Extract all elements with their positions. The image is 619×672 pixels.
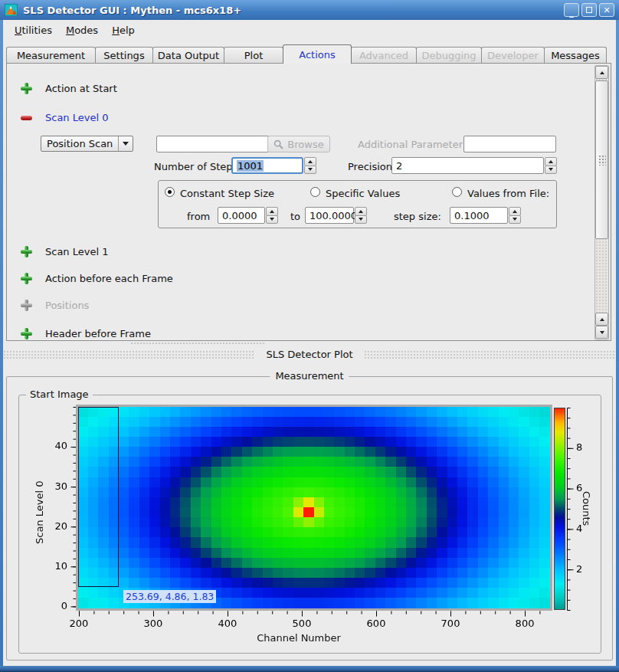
tab-data-output[interactable]: Data Output bbox=[152, 47, 224, 64]
measurement-groupbox: Measurement Start Image Scan Level 0 Cou… bbox=[6, 376, 613, 661]
specific-values-radio[interactable] bbox=[310, 187, 320, 197]
positions-row: Positions bbox=[21, 299, 89, 311]
vertical-scrollbar[interactable] bbox=[594, 65, 609, 340]
heatmap-canvas[interactable] bbox=[78, 407, 550, 608]
spin-up-button[interactable] bbox=[509, 207, 521, 216]
spin-up-button[interactable] bbox=[304, 157, 316, 166]
number-of-steps-spinbox[interactable]: 1001 bbox=[231, 157, 316, 174]
titlebar[interactable]: SLS Detector GUI : Mythen - mcs6x18+ _ ✕ bbox=[0, 0, 619, 20]
to-spinbox[interactable]: 100.0000 bbox=[305, 207, 367, 224]
from-spinbox[interactable]: 0.0000 bbox=[218, 207, 278, 224]
dock-texture-right bbox=[364, 350, 616, 359]
spin-buttons[interactable] bbox=[509, 207, 521, 224]
plot-area: Scan Level 0 Counts Channel Number 253.6… bbox=[19, 390, 602, 654]
thumb-grip bbox=[598, 155, 606, 166]
scan-mode-combobox[interactable]: Position Scan bbox=[41, 136, 133, 152]
tab-settings[interactable]: Settings bbox=[95, 47, 153, 64]
plot-dock-titlebar[interactable]: SLS Detector Plot bbox=[3, 346, 616, 362]
tab-actions[interactable]: Actions bbox=[283, 44, 352, 64]
window-title: SLS Detector GUI : Mythen - mcs6x18+ bbox=[23, 5, 562, 16]
values-from-file-radio[interactable] bbox=[452, 187, 462, 197]
tab-messages[interactable]: Messages bbox=[544, 47, 607, 64]
values-from-file-label: Values from File: bbox=[467, 188, 549, 199]
browse-button: Browse bbox=[267, 136, 330, 152]
splitter-handle[interactable] bbox=[130, 342, 266, 346]
collapse-minus-icon[interactable] bbox=[21, 112, 32, 123]
constant-step-size-label: Constant Step Size bbox=[180, 188, 274, 199]
window-border-left bbox=[0, 0, 3, 672]
expand-plus-icon[interactable] bbox=[21, 83, 32, 94]
tab-debugging: Debugging bbox=[416, 47, 482, 64]
magnifier-icon bbox=[273, 139, 283, 149]
close-button[interactable]: ✕ bbox=[599, 3, 614, 17]
scroll-up-button-2[interactable] bbox=[595, 313, 608, 326]
y-axis-label: Scan Level 0 bbox=[33, 470, 47, 555]
menu-modes[interactable]: Modes bbox=[59, 22, 105, 38]
spin-down-button[interactable] bbox=[509, 215, 521, 225]
scrollbar-thumb[interactable] bbox=[595, 80, 608, 239]
scan-level-1-row[interactable]: Scan Level 1 bbox=[21, 245, 108, 257]
heatmap-frame: 253.69, 4.86, 1.83 bbox=[76, 405, 552, 611]
dock-texture-left bbox=[3, 350, 255, 359]
expand-plus-icon[interactable] bbox=[21, 246, 32, 257]
header-before-frame-row[interactable]: Header before Frame bbox=[21, 327, 151, 339]
window-border-right bbox=[616, 0, 619, 672]
precision-label: Precision: bbox=[348, 161, 395, 172]
colorbar-label: Counts bbox=[579, 474, 593, 543]
constant-step-size-radio[interactable] bbox=[165, 187, 175, 197]
actions-page: Action at Start Scan Level 0 Position Sc… bbox=[6, 63, 611, 341]
maximize-icon bbox=[586, 7, 592, 13]
spin-up-button[interactable] bbox=[266, 207, 278, 216]
expand-plus-icon bbox=[21, 300, 32, 311]
app-window: SLS Detector GUI : Mythen - mcs6x18+ _ ✕… bbox=[0, 0, 619, 672]
maximize-button[interactable] bbox=[581, 3, 597, 17]
cursor-readout: 253.69, 4.86, 1.83 bbox=[123, 590, 216, 603]
expand-plus-icon[interactable] bbox=[21, 273, 32, 284]
spin-down-button[interactable] bbox=[355, 215, 367, 225]
plot-dock-title: SLS Detector Plot bbox=[255, 349, 363, 360]
combo-arrow bbox=[118, 136, 133, 151]
tab-plot[interactable]: Plot bbox=[224, 47, 283, 64]
specific-values-label: Specific Values bbox=[326, 188, 400, 199]
scan-level-0-row[interactable]: Scan Level 0 bbox=[21, 111, 108, 123]
precision-spinbox[interactable]: 2 bbox=[391, 157, 557, 174]
to-label: to bbox=[290, 211, 300, 222]
tab-advanced: Advanced bbox=[351, 47, 417, 64]
spin-buttons[interactable] bbox=[304, 157, 316, 174]
spin-down-button[interactable] bbox=[266, 215, 278, 225]
scan-script-input[interactable] bbox=[156, 136, 269, 152]
expand-plus-icon[interactable] bbox=[21, 328, 32, 339]
additional-parameter-input[interactable] bbox=[463, 136, 556, 152]
tab-developer: Developer bbox=[481, 47, 545, 64]
scroll-down-button[interactable] bbox=[595, 326, 608, 339]
scroll-up-button[interactable] bbox=[595, 66, 608, 79]
spin-down-button[interactable] bbox=[545, 166, 557, 175]
step-size-label: step size: bbox=[394, 211, 441, 222]
measurement-title: Measurement bbox=[270, 370, 349, 382]
spin-up-button[interactable] bbox=[545, 157, 557, 166]
action-at-start-row[interactable]: Action at Start bbox=[21, 82, 117, 94]
menubar: Utilities Modes Help bbox=[3, 20, 616, 40]
spin-down-button[interactable] bbox=[304, 166, 316, 175]
spin-up-button[interactable] bbox=[355, 207, 367, 216]
action-before-frame-row[interactable]: Action before each Frame bbox=[21, 272, 173, 284]
start-image-groupbox: Start Image Scan Level 0 Counts Channel … bbox=[18, 395, 601, 654]
menu-utilities[interactable]: Utilities bbox=[8, 22, 59, 38]
from-label: from bbox=[187, 211, 210, 222]
minimize-button[interactable]: _ bbox=[564, 3, 579, 17]
number-of-steps-label: Number of Steps: bbox=[154, 161, 241, 172]
spin-buttons[interactable] bbox=[266, 207, 278, 224]
spin-buttons[interactable] bbox=[355, 207, 367, 224]
tabbar: Measurement Settings Data Output Plot Ac… bbox=[6, 44, 613, 64]
tab-measurement[interactable]: Measurement bbox=[6, 47, 96, 64]
additional-parameter-label: Additional Parameter: bbox=[358, 139, 466, 150]
x-axis-label: Channel Number bbox=[19, 632, 578, 644]
spin-buttons[interactable] bbox=[545, 157, 557, 174]
menu-help[interactable]: Help bbox=[105, 22, 142, 38]
step-size-spinbox[interactable]: 0.1000 bbox=[450, 207, 521, 224]
app-icon bbox=[5, 4, 18, 16]
window-border-bottom bbox=[0, 666, 619, 672]
